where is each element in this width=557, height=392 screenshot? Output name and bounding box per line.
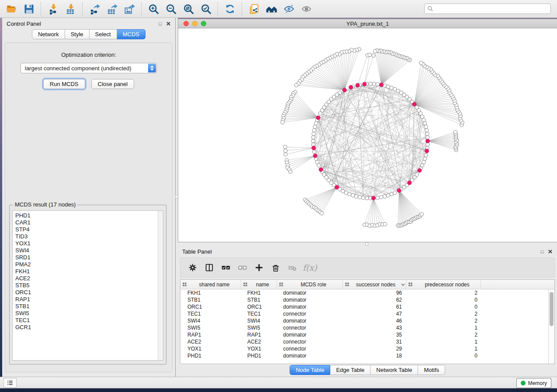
tab-node-table[interactable]: Node Table [290,365,331,375]
column-header-predecessor-nodes[interactable]: predecessor nodes [406,280,481,289]
graph-node[interactable] [390,193,393,196]
mcds-result-item[interactable]: FKH1 [15,268,163,275]
graph-node[interactable] [376,83,379,86]
graph-hub-node[interactable] [313,154,317,158]
graph-node[interactable] [420,164,424,167]
graph-node[interactable] [426,143,429,146]
float-panel-icon[interactable]: □ [159,21,162,26]
mcds-result-item[interactable]: CAR1 [15,219,163,226]
graph-node[interactable] [348,193,351,196]
search-input[interactable] [424,3,551,14]
graph-node[interactable] [422,118,426,122]
double-house-button[interactable] [263,1,280,16]
graph-node[interactable] [361,196,365,199]
tab-motifs[interactable]: Motifs [418,365,445,375]
node-table-header[interactable]: shared namenameMCDS rolesuccessor nodesp… [180,280,554,289]
open-session-button[interactable] [3,1,20,16]
column-header-successor-nodes[interactable]: successor nodes [343,280,406,289]
select-all-button[interactable] [219,260,232,275]
criterion-dropdown[interactable]: largest connected component (undirected) [21,63,157,73]
table-row[interactable]: SWI5SWI5connector431 [180,324,554,331]
tab-mcds[interactable]: MCDS [117,29,145,39]
graph-node[interactable] [312,132,315,135]
table-scrollbar[interactable] [548,289,554,364]
show-hidden-button[interactable] [298,1,315,16]
graph-node[interactable] [393,87,397,91]
split-handle[interactable] [365,242,368,245]
table-row[interactable]: RAP1RAP1dominator352 [180,331,554,338]
zoom-out-button[interactable] [162,1,180,16]
graph-node[interactable] [284,145,287,149]
close-panel-icon[interactable]: ✕ [548,249,553,254]
graph-node[interactable] [383,195,386,198]
mcds-result-item[interactable]: PHD1 [15,212,163,219]
tab-network-table[interactable]: Network Table [370,365,418,375]
graph-hub-node[interactable] [343,88,346,92]
graph-node[interactable] [368,53,371,56]
run-mcds-button[interactable]: Run MCDS [43,79,85,89]
graph-hub-node[interactable] [316,116,320,120]
table-row[interactable]: PHD1PHD1dominator180 [180,352,554,359]
graph-node[interactable] [415,173,419,176]
graph-node[interactable] [390,86,393,89]
mcds-result-item[interactable]: TEC1 [15,317,163,324]
graph-node[interactable] [425,128,429,132]
graph-hub-node[interactable] [319,168,323,172]
horizontal-split-divider[interactable] [178,242,557,246]
graph-hub-node[interactable] [412,102,416,106]
graph-node[interactable] [420,213,423,216]
graph-node[interactable] [423,157,426,160]
table-row[interactable]: FKH1FKH1dominator962 [180,289,554,296]
graph-node[interactable] [312,150,316,153]
graph-hub-node[interactable] [363,82,367,86]
mcds-result-item[interactable]: STB5 [15,282,163,289]
table-row[interactable]: ACE2ACE2connector311 [180,338,554,345]
close-panel-icon[interactable]: ✕ [166,21,171,27]
column-visibility-button[interactable] [202,260,216,275]
mcds-result-item[interactable]: GCR1 [15,324,163,331]
graph-node[interactable] [358,196,361,199]
graph-hub-node[interactable] [418,168,422,172]
mcds-result-item[interactable]: SWI4 [15,247,163,254]
save-session-button[interactable] [20,1,38,16]
column-header-shared-name[interactable]: shared name [180,280,241,289]
network-graph[interactable] [178,28,557,242]
mcds-result-item[interactable]: YOX1 [15,240,163,247]
export-network-button[interactable] [86,1,103,16]
tab-network[interactable]: Network [32,29,65,39]
mcds-result-item[interactable]: STP4 [15,226,163,233]
graph-node[interactable] [419,61,423,65]
import-network-button[interactable] [44,1,62,16]
mcds-result-item[interactable]: RAP1 [15,296,163,303]
refresh-button[interactable] [221,1,239,16]
graph-node[interactable] [376,196,379,199]
graph-node[interactable] [372,54,375,57]
graph-node[interactable] [424,153,428,157]
graph-node[interactable] [344,191,348,194]
graph-hub-node[interactable] [335,185,339,189]
graph-node[interactable] [426,136,429,139]
tab-edge-table[interactable]: Edge Table [330,365,370,375]
float-panel-icon[interactable]: □ [540,249,543,254]
graph-node[interactable] [386,193,390,197]
graph-node[interactable] [384,222,387,226]
graph-hub-node[interactable] [397,189,401,193]
graph-node[interactable] [374,49,377,53]
column-header-name[interactable]: name [241,280,277,289]
mcds-result-list[interactable]: PHD1CAR1STP4TID3YOX1SWI4SRD1PMA2FKH1ACE2… [12,210,163,361]
graph-node[interactable] [312,128,316,132]
graph-hub-node[interactable] [379,83,383,87]
table-row[interactable]: STB1STB1dominator620 [180,296,554,303]
graph-node[interactable] [415,106,419,109]
zoom-selected-button[interactable] [197,1,214,16]
graph-node[interactable] [424,125,428,128]
graph-node[interactable] [284,153,287,156]
export-table-button[interactable] [103,1,121,16]
mcds-result-item[interactable]: STB1 [15,303,163,310]
graph-node[interactable] [426,132,429,135]
graph-hub-node[interactable] [371,196,375,200]
graph-hub-node[interactable] [425,149,429,153]
add-column-button[interactable] [252,260,266,275]
graph-node[interactable] [354,195,358,198]
zoom-in-button[interactable] [145,1,162,16]
